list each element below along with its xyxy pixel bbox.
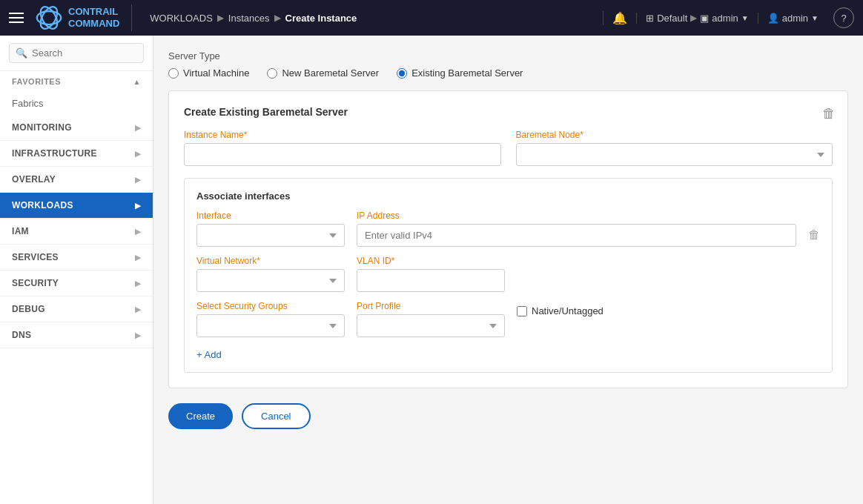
radio-existing-bm-label: Existing Baremetal Server	[411, 67, 523, 79]
nav-arrow-2: ▶	[274, 13, 281, 23]
form-row-main: Instance Name* Baremetal Node*	[184, 130, 833, 166]
chevron-icon: ▶	[135, 331, 141, 340]
ip-address-label: IP Address	[357, 210, 796, 221]
create-button[interactable]: Create	[168, 403, 233, 429]
radio-virtual-machine[interactable]: Virtual Machine	[168, 67, 249, 79]
form-actions: Create Cancel	[168, 403, 848, 429]
admin-user-label: admin	[782, 13, 808, 24]
nav-arrow-1: ▶	[217, 13, 224, 23]
chevron-icon: ▶	[135, 253, 141, 262]
radio-new-baremetal[interactable]: New Baremetal Server	[267, 67, 379, 79]
search-box: 🔍	[0, 36, 153, 71]
create-baremetal-card: Create Existing Baremetal Server 🗑 Insta…	[168, 90, 848, 388]
port-profile-label: Port Profile	[357, 301, 505, 311]
native-untagged-label: Native/Untagged	[532, 305, 604, 316]
card-delete-button[interactable]: 🗑	[822, 106, 836, 122]
nav-workloads[interactable]: WORKLOADS	[150, 13, 213, 24]
assoc-row-3: Select Security Groups Port Profile N	[196, 301, 820, 337]
security-groups-select[interactable]	[196, 314, 345, 337]
chevron-icon: ▶	[135, 123, 141, 133]
user-caret-icon: ▼	[811, 14, 819, 22]
default-env-selector[interactable]: ⊞ Default ▶ ▣ admin ▼	[636, 13, 749, 24]
port-profile-group: Port Profile	[357, 301, 505, 337]
search-wrapper[interactable]: 🔍	[9, 43, 144, 63]
svg-point-2	[37, 4, 61, 31]
native-untagged-checkbox[interactable]	[517, 306, 527, 316]
nav-instances[interactable]: Instances	[228, 13, 270, 24]
chevron-icon: ▶	[135, 305, 141, 314]
main-layout: 🔍 FAVORITES ▲ Fabrics MONITORING▶INFRAST…	[0, 36, 863, 504]
user-icon: 👤	[767, 13, 779, 24]
baremetal-node-select[interactable]	[516, 143, 833, 166]
admin-env-icon: ▣	[700, 13, 709, 24]
caret-icon: ▼	[741, 14, 749, 22]
vlan-id-group: VLAN ID* 1	[357, 256, 505, 292]
chevron-icon: ▶	[135, 279, 141, 288]
assoc-row-1: Interface IP Address 🗑	[196, 210, 820, 247]
sidebar-item-infrastructure[interactable]: INFRASTRUCTURE▶	[0, 141, 153, 167]
instance-name-label: Instance Name*	[184, 130, 501, 140]
security-groups-label: Select Security Groups	[196, 301, 345, 311]
sidebar-item-overlay[interactable]: OVERLAY▶	[0, 167, 153, 193]
radio-new-bm-input[interactable]	[267, 68, 277, 79]
baremetal-node-group: Baremetal Node*	[516, 130, 833, 166]
search-icon: 🔍	[16, 47, 27, 59]
notifications-button[interactable]: 🔔	[603, 11, 627, 25]
native-untagged-group: Native/Untagged	[517, 305, 604, 316]
baremetal-node-label: Baremetal Node*	[516, 130, 833, 140]
sidebar-item-workloads[interactable]: WORKLOADS▶	[0, 193, 153, 219]
sidebar-item-iam[interactable]: IAM▶	[0, 219, 153, 245]
interface-delete-button[interactable]: 🗑	[808, 228, 820, 242]
sidebar-item-services[interactable]: SERVICES▶	[0, 245, 153, 271]
sidebar-item-fabrics[interactable]: Fabrics	[0, 92, 153, 115]
chevron-icon: ▶	[135, 149, 141, 159]
sidebar-item-monitoring[interactable]: MONITORING▶	[0, 115, 153, 141]
virtual-network-group: Virtual Network*	[196, 256, 345, 292]
favorites-chevron: ▲	[133, 78, 141, 86]
instance-name-input[interactable]	[184, 143, 501, 166]
associate-interfaces-card: Associate interfaces Interface IP Addres…	[184, 178, 833, 373]
sidebar-item-dns[interactable]: DNS▶	[0, 322, 153, 348]
chevron-icon: ▶	[135, 201, 141, 210]
ip-address-input[interactable]	[357, 224, 796, 247]
brand-name: CONTRAIL COMMAND	[68, 6, 119, 29]
assoc-row-2: Virtual Network* VLAN ID* 1	[196, 256, 820, 292]
chevron-icon: ▶	[135, 227, 141, 236]
chevron-icon: ▶	[135, 175, 141, 185]
radio-vm-input[interactable]	[168, 68, 179, 79]
radio-vm-label: Virtual Machine	[183, 67, 249, 79]
sidebar-item-debug[interactable]: DEBUG▶	[0, 296, 153, 322]
radio-existing-baremetal[interactable]: Existing Baremetal Server	[397, 67, 523, 79]
favorites-header[interactable]: FAVORITES ▲	[0, 71, 153, 92]
virtual-network-label: Virtual Network*	[196, 256, 345, 266]
main-content: Server Type Virtual Machine New Baremeta…	[153, 36, 863, 504]
interface-label: Interface	[196, 210, 345, 221]
bell-icon: 🔔	[612, 11, 627, 25]
help-icon: ?	[841, 13, 846, 24]
default-label: Default	[657, 13, 687, 24]
instance-name-group: Instance Name*	[184, 130, 501, 166]
vlan-id-label: VLAN ID*	[357, 256, 505, 266]
interface-group: Interface	[196, 210, 345, 247]
server-type-label: Server Type	[168, 50, 848, 62]
server-type-section: Server Type Virtual Machine New Baremeta…	[168, 50, 848, 79]
security-groups-group: Select Security Groups	[196, 301, 345, 337]
sidebar-nav: MONITORING▶INFRASTRUCTURE▶OVERLAY▶WORKLO…	[0, 115, 153, 348]
vlan-id-input[interactable]: 1	[357, 269, 505, 292]
help-button[interactable]: ?	[833, 7, 854, 28]
radio-group: Virtual Machine New Baremetal Server Exi…	[168, 67, 848, 79]
port-profile-select[interactable]	[357, 314, 505, 337]
sidebar: 🔍 FAVORITES ▲ Fabrics MONITORING▶INFRAST…	[0, 36, 153, 504]
add-interface-button[interactable]: + Add	[196, 349, 222, 360]
radio-existing-bm-input[interactable]	[397, 68, 407, 79]
hamburger-button[interactable]	[9, 13, 24, 23]
virtual-network-select[interactable]	[196, 269, 345, 292]
env-icon: ⊞	[646, 13, 654, 24]
cancel-button[interactable]: Cancel	[242, 403, 310, 429]
search-input[interactable]	[32, 47, 137, 59]
ip-address-group: IP Address	[357, 210, 796, 247]
user-menu[interactable]: 👤 admin ▼	[758, 13, 819, 24]
assoc-title: Associate interfaces	[196, 190, 820, 202]
interface-select[interactable]	[196, 224, 345, 247]
sidebar-item-security[interactable]: SECURITY▶	[0, 271, 153, 296]
